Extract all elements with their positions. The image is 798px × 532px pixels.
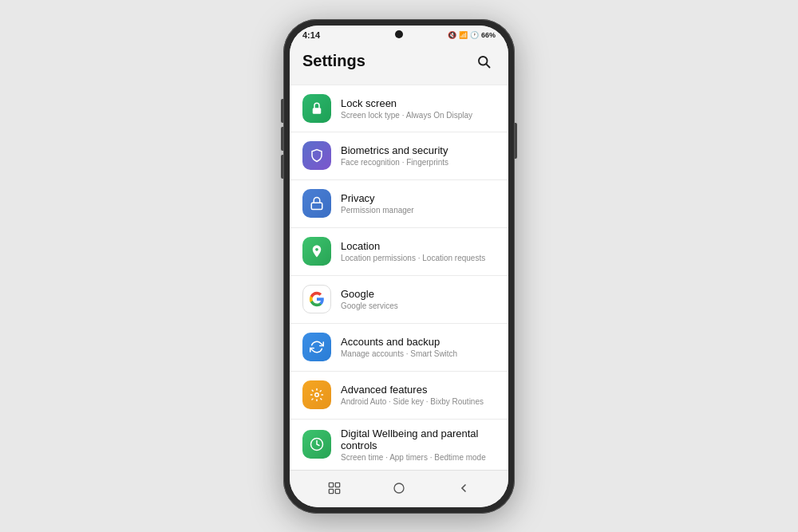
privacy-subtitle: Permission manager: [341, 206, 496, 215]
volume-buttons: [281, 99, 283, 123]
advanced-title: Advanced features: [341, 384, 496, 396]
settings-title: Settings: [302, 52, 365, 70]
svg-point-4: [315, 393, 319, 397]
power-button: [515, 123, 517, 159]
settings-header: Settings: [290, 43, 508, 81]
battery-level: 66%: [481, 31, 496, 39]
settings-item-privacy[interactable]: Privacy Permission manager: [290, 180, 508, 228]
location-title: Location: [341, 240, 496, 252]
phone-device: 4:14 🔇 📶 🕐 66% Settings: [283, 19, 515, 514]
mute-icon: 🔇: [448, 31, 456, 39]
advanced-subtitle: Android Auto · Side key · Bixby Routines: [341, 397, 496, 406]
biometrics-text: Biometrics and security Face recognition…: [341, 144, 496, 167]
lock-screen-text: Lock screen Screen lock type · Always On…: [341, 97, 496, 120]
wellbeing-subtitle: Screen time · App timers · Bedtime mode: [341, 453, 496, 462]
settings-list[interactable]: Lock screen Screen lock type · Always On…: [290, 81, 508, 470]
biometrics-icon: [302, 141, 331, 170]
settings-item-location[interactable]: Location Location permissions · Location…: [290, 228, 508, 276]
lock-screen-subtitle: Screen lock type · Always On Display: [341, 111, 496, 120]
wellbeing-title: Digital Wellbeing and parental controls: [341, 428, 496, 451]
home-icon: [393, 482, 405, 495]
lock-screen-icon: [302, 94, 331, 123]
accounts-icon: [302, 333, 331, 361]
status-icons: 🔇 📶 🕐 66%: [448, 31, 496, 39]
accounts-title: Accounts and backup: [341, 336, 496, 348]
svg-rect-14: [336, 489, 340, 493]
wellbeing-icon: [302, 430, 331, 459]
svg-rect-2: [313, 108, 322, 114]
svg-point-15: [394, 483, 404, 493]
recent-apps-button[interactable]: [323, 477, 346, 499]
settings-item-lock-screen[interactable]: Lock screen Screen lock type · Always On…: [290, 85, 508, 132]
location-icon: [302, 237, 331, 266]
navigation-bar: [290, 470, 508, 507]
wifi-icon: 📶: [459, 31, 468, 39]
status-time: 4:14: [302, 30, 320, 40]
accounts-subtitle: Manage accounts · Smart Switch: [341, 349, 496, 358]
wellbeing-text: Digital Wellbeing and parental controls …: [341, 428, 496, 462]
recent-icon: [328, 482, 341, 495]
svg-rect-11: [330, 483, 334, 487]
settings-item-advanced[interactable]: Advanced features Android Auto · Side ke…: [290, 372, 508, 420]
home-button[interactable]: [388, 477, 410, 499]
svg-rect-13: [330, 489, 334, 493]
svg-line-1: [486, 64, 489, 67]
camera-notch: [395, 30, 403, 38]
privacy-title: Privacy: [341, 192, 496, 204]
advanced-text: Advanced features Android Auto · Side ke…: [341, 384, 496, 406]
back-button[interactable]: [452, 477, 475, 499]
lock-screen-title: Lock screen: [341, 97, 496, 109]
biometrics-subtitle: Face recognition · Fingerprints: [341, 158, 496, 167]
accounts-text: Accounts and backup Manage accounts · Sm…: [341, 336, 496, 358]
google-title: Google: [341, 288, 496, 300]
advanced-icon: [302, 380, 331, 409]
settings-item-accounts[interactable]: Accounts and backup Manage accounts · Sm…: [290, 324, 508, 372]
location-text: Location Location permissions · Location…: [341, 240, 496, 262]
clock-icon: 🕐: [470, 31, 479, 39]
settings-item-biometrics[interactable]: Biometrics and security Face recognition…: [290, 132, 508, 180]
search-button[interactable]: [472, 49, 496, 73]
location-subtitle: Location permissions · Location requests: [341, 254, 496, 262]
biometrics-title: Biometrics and security: [341, 144, 496, 156]
google-icon: [302, 285, 331, 313]
svg-rect-3: [311, 203, 322, 209]
search-icon: [476, 54, 491, 69]
back-icon: [457, 482, 470, 495]
phone-screen: 4:14 🔇 📶 🕐 66% Settings: [290, 26, 508, 507]
google-subtitle: Google services: [341, 301, 496, 310]
svg-rect-12: [336, 483, 340, 487]
privacy-icon: [302, 189, 331, 218]
settings-item-google[interactable]: Google Google services: [290, 276, 508, 324]
google-text: Google Google services: [341, 288, 496, 310]
privacy-text: Privacy Permission manager: [341, 192, 496, 215]
settings-item-wellbeing[interactable]: Digital Wellbeing and parental controls …: [290, 420, 508, 470]
